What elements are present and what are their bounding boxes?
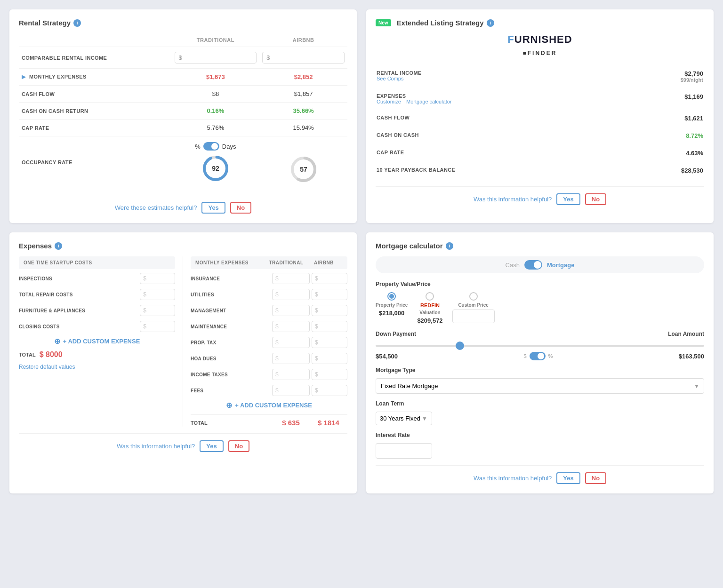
loan-term-label: Loan Term — [376, 400, 704, 407]
hoa-traditional-input[interactable]: $ 165 — [272, 353, 310, 364]
furniture-field[interactable]: 1000 — [148, 307, 172, 314]
maintenance-airbnb-input[interactable]: $ 182 — [312, 321, 347, 332]
monthly-row-utilities: UTILITIES $ 0 $ 170 — [191, 289, 347, 300]
down-payment-slider[interactable] — [376, 345, 704, 347]
custom-price-radio[interactable] — [469, 292, 478, 301]
repairs-field[interactable]: 3500 — [148, 291, 172, 298]
loan-amount-label: Loan Amount — [668, 331, 704, 337]
rental-helpful-row: Were these estimates helpful? Yes No — [19, 195, 347, 214]
utilities-airbnb-input[interactable]: $ 170 — [312, 289, 347, 300]
mortgage-yes-button[interactable]: Yes — [556, 472, 580, 484]
comparable-airbnb-field[interactable]: 4,709 — [272, 54, 305, 61]
expenses-yes-button[interactable]: Yes — [200, 440, 223, 452]
management-airbnb-field[interactable]: 1177 — [320, 307, 344, 314]
expense-row-closing: CLOSING COSTS $ 3000 — [19, 321, 175, 332]
utilities-traditional-input[interactable]: $ 0 — [272, 289, 310, 300]
comparable-traditional-input[interactable]: $ 1,681 — [175, 52, 257, 64]
expenses-no-button[interactable]: No — [228, 440, 249, 452]
proptax-airbnb-input[interactable]: $ 29 — [312, 337, 347, 348]
cash-mortgage-toggle-pill[interactable] — [524, 260, 542, 270]
incometax-airbnb-field[interactable]: 0 — [320, 371, 344, 378]
fees-traditional-field[interactable]: 0 — [281, 387, 304, 394]
loan-term-select[interactable]: 30 Years Fixed 15 Years Fixed 20 Years F… — [376, 412, 432, 425]
occupancy-days-label: Days — [222, 143, 236, 150]
rental-no-button[interactable]: No — [230, 202, 251, 214]
occupancy-toggle[interactable] — [203, 142, 219, 151]
price-options: Property Price $218,000 REDFIN Valuation… — [376, 292, 704, 324]
monthly-row-insurance: INSURANCE $ 91 $ 91 — [191, 273, 347, 284]
monthly-exp-traditional: $1,673 — [172, 69, 260, 86]
hoa-traditional-field[interactable]: 165 — [281, 355, 304, 362]
proptax-traditional-input[interactable]: $ 29 — [272, 337, 310, 348]
dp-toggle[interactable] — [530, 352, 546, 360]
management-airbnb-input[interactable]: $ 1177 — [312, 305, 347, 316]
extended-no-button[interactable]: No — [585, 193, 606, 205]
management-traditional-input[interactable]: $ 168 — [272, 305, 310, 316]
extended-listing-info-icon[interactable]: i — [487, 19, 494, 27]
mortgage-calc-link[interactable]: Mortgage calculator — [406, 99, 452, 104]
expenses-grid: ONE TIME STARTUP COSTS INSPECTIONS $ 500… — [19, 256, 347, 427]
fees-traditional-input[interactable]: $ 0 — [272, 385, 310, 396]
proptax-traditional-field[interactable]: 29 — [281, 339, 304, 346]
insurance-airbnb-input[interactable]: $ 91 — [312, 273, 347, 284]
mortgage-no-button[interactable]: No — [585, 472, 606, 484]
proptax-airbnb-field[interactable]: 29 — [320, 339, 344, 346]
incometax-traditional-field[interactable]: 0 — [281, 371, 304, 378]
mortgage-info-icon[interactable]: i — [446, 242, 453, 250]
insurance-traditional-field[interactable]: 91 — [281, 275, 304, 282]
expenses-panel: Expenses i ONE TIME STARTUP COSTS INSPEC… — [9, 232, 357, 493]
custom-price-input[interactable]: $ 218,000 — [452, 310, 495, 323]
incometax-traditional-input[interactable]: $ 0 — [272, 369, 310, 380]
management-traditional-field[interactable]: 168 — [281, 307, 304, 314]
mortgage-type-label: Mortgage Type — [376, 367, 704, 373]
furnished-logo: FURNISHED ■FINDER — [376, 33, 704, 58]
loan-term-section: Loan Term 30 Years Fixed 15 Years Fixed … — [376, 400, 704, 425]
see-comps-link[interactable]: See Comps — [377, 76, 629, 81]
mortgage-type-select[interactable]: Fixed Rate Mortgage Adjustable Rate Mort… — [376, 378, 704, 394]
maintenance-airbnb-field[interactable]: 182 — [320, 323, 344, 330]
comparable-airbnb-input[interactable]: $ 4,709 — [262, 52, 345, 64]
add-custom-monthly-button[interactable]: ⊕ + ADD CUSTOM EXPENSE — [191, 401, 347, 410]
rental-strategy-info-icon[interactable]: i — [73, 19, 81, 27]
repairs-input[interactable]: $ 3500 — [140, 289, 175, 300]
hoa-airbnb-input[interactable]: $ 165 — [312, 353, 347, 364]
closing-field[interactable]: 3000 — [148, 323, 172, 330]
monthly-header-label: MONTHLY EXPENSES — [195, 260, 267, 265]
add-custom-onetime-button[interactable]: ⊕ + ADD CUSTOM EXPENSE — [19, 337, 175, 346]
utilities-traditional-field[interactable]: 0 — [281, 291, 304, 298]
interest-rate-input[interactable]: 6.54 — [376, 443, 432, 459]
extended-yes-button[interactable]: Yes — [556, 193, 580, 205]
utilities-airbnb-field[interactable]: 170 — [320, 291, 344, 298]
ext-cashflow-value: $1,621 — [630, 110, 703, 127]
extended-helpful-text: Was this information helpful? — [474, 196, 552, 203]
row-label-coc: CASH ON CASH RETURN — [19, 103, 172, 119]
proptax-label: PROP. TAX — [191, 340, 272, 345]
col-header-airbnb: AIRBNB — [259, 33, 347, 47]
inspections-label: INSPECTIONS — [19, 276, 140, 281]
comparable-traditional-field[interactable]: 1,681 — [184, 54, 217, 61]
property-price-radio[interactable] — [387, 292, 396, 301]
maintenance-traditional-input[interactable]: $ 182 — [272, 321, 310, 332]
maintenance-traditional-field[interactable]: 182 — [281, 323, 304, 330]
coc-traditional: 0.16% — [172, 103, 260, 119]
customize-link[interactable]: Customize — [377, 99, 401, 104]
expenses-helpful-row: Was this information helpful? Yes No — [19, 433, 347, 452]
fees-airbnb-input[interactable]: $ 0 — [312, 385, 347, 396]
fees-airbnb-field[interactable]: 0 — [320, 387, 344, 394]
inspections-input[interactable]: $ 500 — [140, 273, 175, 284]
table-row: COMPARABLE RENTAL INCOME $ 1,681 $ 4,709 — [19, 47, 347, 69]
insurance-traditional-input[interactable]: $ 91 — [272, 273, 310, 284]
inspections-field[interactable]: 500 — [148, 275, 172, 282]
closing-input[interactable]: $ 3000 — [140, 321, 175, 332]
redfin-valuation-radio[interactable] — [426, 292, 434, 301]
incometax-airbnb-input[interactable]: $ 0 — [312, 369, 347, 380]
hoa-airbnb-field[interactable]: 165 — [320, 355, 344, 362]
custom-price-label: Custom Price — [458, 302, 488, 308]
rental-yes-button[interactable]: Yes — [201, 202, 225, 214]
ext-expenses-value: $1,169 — [630, 88, 703, 109]
monthly-exp-airbnb: $2,852 — [259, 69, 347, 86]
furniture-input[interactable]: $ 1000 — [140, 305, 175, 316]
restore-defaults-link[interactable]: Restore default values — [19, 364, 175, 370]
expenses-info-icon[interactable]: i — [55, 242, 62, 250]
insurance-airbnb-field[interactable]: 91 — [320, 275, 344, 282]
